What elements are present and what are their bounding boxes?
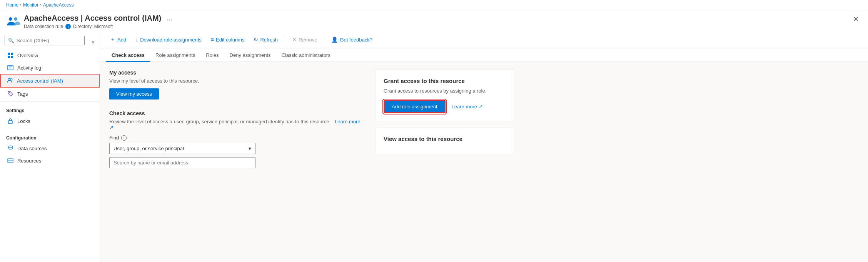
edit-columns-label: Edit columns <box>216 37 244 43</box>
search-by-name-input[interactable] <box>109 157 255 168</box>
header-title-block: ApacheAccess | Access control (IAM) ... … <box>24 13 850 29</box>
add-button[interactable]: ＋ Add <box>106 34 130 45</box>
page-title: ApacheAccess | Access control (IAM) <box>24 14 161 23</box>
data-sources-label: Data sources <box>17 146 47 151</box>
view-access-card: View access to this resource <box>376 128 514 154</box>
tab-roles[interactable]: Roles <box>200 48 224 62</box>
sidebar-item-locks[interactable]: Locks <box>0 115 100 127</box>
search-box: 🔍 <box>5 36 85 45</box>
svg-rect-2 <box>8 53 10 55</box>
tags-icon <box>7 91 13 97</box>
header-subtitle: Data collection rule i Directory: Micros… <box>24 24 850 29</box>
svg-point-1 <box>14 17 17 21</box>
grant-access-learn-more[interactable]: Learn more ↗ <box>452 104 483 109</box>
resources-label: Resources <box>17 158 41 164</box>
my-access-title: My access <box>109 70 363 76</box>
page-header: ApacheAccess | Access control (IAM) ... … <box>0 10 868 31</box>
sidebar-item-tags[interactable]: Tags <box>0 88 100 100</box>
grant-access-desc: Grant access to resources by assigning a… <box>384 88 506 94</box>
config-section-label: Configuration <box>0 131 100 142</box>
overview-label: Overview <box>17 53 38 58</box>
content-area: ＋ Add ↓ Download role assignments ≡ Edit… <box>100 31 868 262</box>
remove-button[interactable]: ✕ Remove <box>288 35 321 45</box>
toolbar-separator-2 <box>324 36 324 43</box>
main-layout: 🔍 « Overview <box>0 31 868 262</box>
svg-rect-3 <box>11 53 13 55</box>
sidebar-item-overview[interactable]: Overview <box>0 49 100 61</box>
grant-access-card: Grant access to this resource Grant acce… <box>376 70 514 121</box>
config-divider <box>0 129 100 129</box>
directory-label: Directory: Microsoft <box>73 24 113 29</box>
my-access-section: My access View my level of access to thi… <box>109 70 363 99</box>
chevron-down-icon: ▾ <box>249 146 251 151</box>
sidebar: 🔍 « Overview <box>0 31 100 262</box>
tab-check-access[interactable]: Check access <box>106 48 150 62</box>
download-icon: ↓ <box>135 36 138 43</box>
page-content: My access View my level of access to thi… <box>100 62 868 262</box>
search-row: 🔍 « <box>0 34 100 49</box>
find-help-icon[interactable]: i <box>121 135 127 141</box>
my-access-desc: View my level of access to this resource… <box>109 78 363 84</box>
svg-point-13 <box>8 146 13 148</box>
principal-type-dropdown[interactable]: User, group, or service principal ▾ <box>109 143 255 154</box>
tab-deny-assignments[interactable]: Deny assignments <box>224 48 276 62</box>
feedback-button[interactable]: 👤 Got feedback? <box>327 35 376 45</box>
breadcrumb-resource[interactable]: ApacheAccess <box>43 2 73 8</box>
breadcrumb: Home › Monitor › ApacheAccess <box>0 0 868 10</box>
toolbar-separator <box>285 36 285 43</box>
breadcrumb-monitor[interactable]: Monitor <box>23 2 38 8</box>
grant-access-actions: Add role assignment Learn more ↗ <box>384 100 506 113</box>
locks-icon <box>7 118 13 124</box>
edit-columns-button[interactable]: ≡ Edit columns <box>207 35 249 45</box>
svg-rect-12 <box>8 121 12 124</box>
collapse-button[interactable]: « <box>89 38 97 46</box>
resource-type-label: Data collection rule <box>24 24 63 29</box>
sidebar-item-data-sources[interactable]: Data sources <box>0 142 100 154</box>
svg-rect-14 <box>8 159 13 163</box>
sidebar-item-resources[interactable]: Resources <box>0 154 100 167</box>
download-button[interactable]: ↓ Download role assignments <box>132 35 205 45</box>
sidebar-item-access-control[interactable]: Access control (IAM) <box>0 74 100 88</box>
locks-label: Locks <box>17 118 30 124</box>
resource-icon <box>6 14 20 28</box>
tags-label: Tags <box>17 91 28 97</box>
activity-log-label: Activity log <box>17 65 41 71</box>
add-icon: ＋ <box>110 36 115 43</box>
dropdown-value: User, group, or service principal <box>114 146 184 151</box>
refresh-icon: ↻ <box>254 36 258 43</box>
sidebar-item-activity-log[interactable]: Activity log <box>0 61 100 74</box>
search-input[interactable] <box>17 38 81 43</box>
toolbar: ＋ Add ↓ Download role assignments ≡ Edit… <box>100 31 868 48</box>
resources-icon <box>7 158 13 164</box>
tab-role-assignments[interactable]: Role assignments <box>150 48 200 62</box>
search-icon: 🔍 <box>8 38 14 43</box>
data-sources-icon <box>7 145 13 151</box>
overview-icon <box>7 52 13 58</box>
grant-access-title: Grant access to this resource <box>384 78 506 84</box>
svg-rect-6 <box>8 65 13 70</box>
feedback-label: Got feedback? <box>340 37 372 43</box>
settings-divider <box>0 101 100 102</box>
check-access-section: Check access Review the level of access … <box>109 110 363 168</box>
settings-section-label: Settings <box>0 103 100 115</box>
tab-classic-admins[interactable]: Classic administrators <box>276 48 336 62</box>
refresh-button[interactable]: ↻ Refresh <box>250 35 282 45</box>
edit-columns-icon: ≡ <box>211 36 214 43</box>
info-icon[interactable]: i <box>65 24 71 29</box>
remove-icon: ✕ <box>292 36 297 43</box>
right-column: Grant access to this resource Grant acce… <box>376 70 514 255</box>
remove-label: Remove <box>299 37 317 43</box>
tabs-bar: Check access Role assignments Roles Deny… <box>100 48 868 62</box>
svg-point-0 <box>9 17 12 21</box>
add-label: Add <box>117 37 126 43</box>
svg-rect-4 <box>8 56 10 58</box>
find-label: Find i <box>109 135 363 141</box>
close-button[interactable]: ✕ <box>850 13 862 25</box>
add-role-assignment-button[interactable]: Add role assignment <box>384 100 446 113</box>
activity-log-icon <box>7 65 13 71</box>
breadcrumb-home[interactable]: Home <box>6 2 18 8</box>
view-my-access-button[interactable]: View my access <box>109 88 159 99</box>
ellipsis-button[interactable]: ... <box>164 13 175 23</box>
download-label: Download role assignments <box>140 37 202 43</box>
access-control-label: Access control (IAM) <box>17 78 63 84</box>
